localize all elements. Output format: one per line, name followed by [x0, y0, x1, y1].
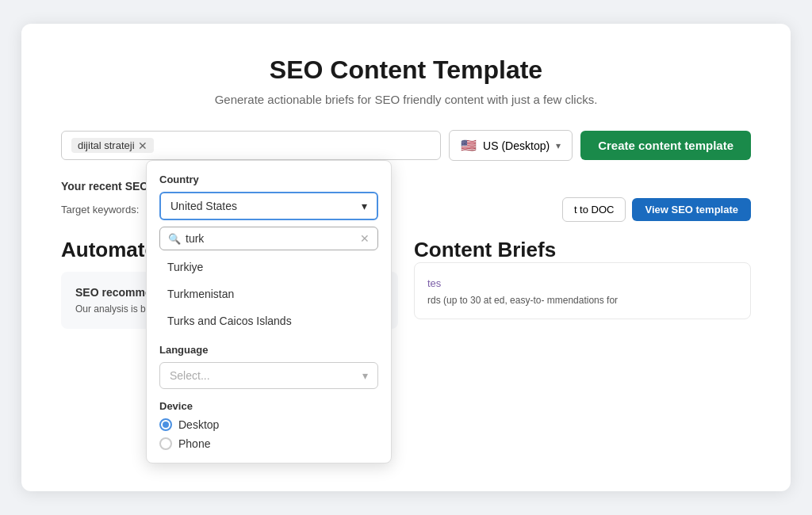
language-placeholder: Select...: [170, 369, 210, 382]
content-briefs-text: rds (up to 30 at ed, easy-to- mmendation…: [427, 295, 737, 306]
keyword-tag-close[interactable]: ✕: [138, 140, 147, 151]
page-title: SEO Content Template: [61, 55, 751, 85]
list-item[interactable]: Turks and Caicos Islands: [159, 307, 378, 334]
device-select-label: US (Desktop): [483, 139, 550, 152]
country-value: United States: [170, 200, 237, 212]
country-dropdown-overlay: Country United States ▾ 🔍 ✕ Turkiye Turk…: [146, 160, 392, 464]
device-desktop-label: Desktop: [178, 418, 219, 431]
country-search-input[interactable]: [186, 232, 355, 245]
device-radio-group: Desktop Phone: [159, 418, 378, 450]
device-phone-option[interactable]: Phone: [159, 437, 378, 450]
view-seo-template-button[interactable]: View SEO template: [632, 198, 751, 221]
country-search-wrap: 🔍 ✕: [159, 227, 378, 250]
device-desktop-option[interactable]: Desktop: [159, 418, 378, 431]
create-content-template-button[interactable]: Create content template: [580, 131, 751, 160]
device-section: Device Desktop Phone: [159, 400, 378, 450]
language-chevron-icon: ▾: [362, 369, 368, 382]
device-phone-label: Phone: [178, 437, 210, 450]
content-briefs-title: Content Briefs: [414, 238, 751, 262]
language-select[interactable]: Select... ▾: [159, 362, 378, 389]
content-briefs-right: Content Briefs tes rds (up to 30 at ed, …: [414, 238, 751, 319]
keyword-input[interactable]: dijital strateji ✕: [61, 131, 441, 160]
country-search-icon: 🔍: [168, 233, 181, 245]
radio-circle-phone: [159, 437, 172, 450]
list-item[interactable]: Turkmenistan: [159, 280, 378, 307]
main-card: SEO Content Template Generate actionable…: [21, 24, 791, 491]
action-buttons: t to DOC View SEO template: [562, 197, 751, 222]
country-label: Country: [159, 174, 378, 185]
radio-inner-desktop: [163, 422, 169, 428]
content-briefs-card: tes rds (up to 30 at ed, easy-to- mmenda…: [414, 262, 751, 319]
keyword-tag-text: dijital strateji: [78, 139, 135, 151]
device-select-btn[interactable]: 🇺🇸 US (Desktop) ▾: [449, 130, 573, 161]
list-item[interactable]: Turkiye: [159, 254, 378, 280]
country-list: Turkiye Turkmenistan Turks and Caicos Is…: [159, 254, 378, 334]
language-section: Language Select... ▾: [159, 344, 378, 389]
clear-search-icon[interactable]: ✕: [360, 232, 370, 245]
page-subtitle: Generate actionable briefs for SEO frien…: [61, 93, 751, 106]
country-chevron-icon: ▾: [362, 200, 367, 212]
target-keywords-label: Target keywords:: [61, 204, 139, 216]
chevron-down-icon: ▾: [556, 140, 561, 151]
keyword-tag: dijital strateji ✕: [71, 138, 154, 153]
search-row: dijital strateji ✕ 🇺🇸 US (Desktop) ▾ Cre…: [61, 130, 751, 161]
radio-circle-desktop: [159, 418, 172, 431]
language-label: Language: [159, 344, 378, 356]
content-briefs-link[interactable]: tes: [427, 277, 441, 289]
export-doc-button[interactable]: t to DOC: [562, 197, 626, 222]
country-select-display[interactable]: United States ▾: [159, 192, 378, 220]
device-label: Device: [159, 400, 378, 412]
flag-icon: 🇺🇸: [461, 138, 477, 153]
